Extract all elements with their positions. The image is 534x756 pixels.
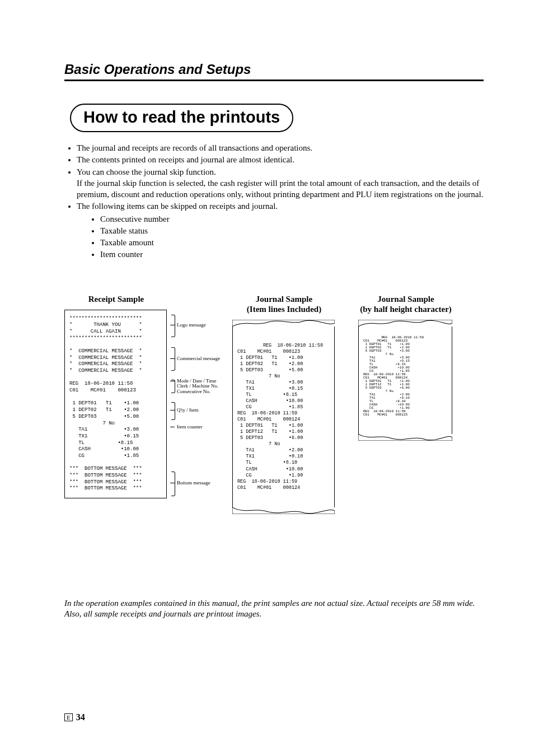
title-line: (by half height character) [360, 305, 452, 314]
samples-row: Receipt Sample ************************ … [64, 294, 484, 514]
page-letter: E [64, 713, 73, 721]
intro-line: You can choose the journal skip function… [77, 167, 216, 176]
annotation-column: Logo message Commercial message Mode / D… [174, 308, 227, 514]
receipt-column: Receipt Sample ************************ … [64, 294, 168, 514]
annotation-logo: Logo message [177, 323, 206, 328]
journal1-printout: REG 18-06-2010 11:58 C01 MC#01 000123 1 … [232, 320, 335, 514]
receipt-printout: ************************ * THANK YOU * *… [64, 310, 167, 499]
title-line: (Item lines Included) [247, 305, 321, 314]
sub-bullet: Item counter [100, 249, 484, 260]
page-number: E34 [64, 712, 85, 722]
page-num: 34 [76, 712, 85, 722]
intro-bullet: You can choose the journal skip function… [77, 166, 484, 200]
intro-line: If the journal skip function is selected… [77, 179, 483, 199]
intro-bullet: The following items can be skipped on re… [77, 200, 484, 260]
annotation-qty: Q'ty / Item [177, 408, 199, 413]
journal1-column: Journal Sample (Item lines Included) REG… [232, 294, 336, 514]
sub-bullet: Consecutive number [100, 213, 484, 225]
intro-bullet: The journal and receipts are records of … [77, 142, 484, 153]
section-header: Basic Operations and Setups [64, 62, 484, 81]
annotation-mode: Mode / Date / Time Clerk / Machine No. C… [177, 379, 218, 395]
journal1-text: REG 18-06-2010 11:58 C01 MC#01 000123 1 … [237, 343, 323, 491]
sub-bullet: Taxable status [100, 225, 484, 236]
receipt-title: Receipt Sample [64, 294, 168, 304]
sub-bullet: Taxable amount [100, 237, 484, 248]
title-line: Journal Sample [256, 295, 312, 304]
journal2-title: Journal Sample (by half height character… [358, 294, 453, 314]
journal2-printout: REG 18-06-2010 11:58 C01 MC#01 000123 1 … [358, 320, 452, 441]
intro-text: The journal and receipts are records of … [64, 142, 484, 260]
journal2-column: Journal Sample (by half height character… [358, 294, 453, 514]
title-line: Journal Sample [377, 295, 434, 304]
intro-line: The following items can be skipped on re… [77, 202, 278, 211]
page-title: How to read the printouts [70, 104, 293, 132]
annotation-itemcounter: Item counter [177, 424, 203, 430]
intro-bullet: The contents printed on receipts and jou… [77, 154, 484, 165]
annotation-bottom: Bottom message [177, 480, 210, 486]
journal2-text: REG 18-06-2010 11:58 C01 MC#01 000123 1 … [363, 335, 424, 417]
annotation-commercial: Commercial message [177, 356, 220, 362]
footnote: In the operation examples contained in t… [64, 598, 484, 620]
journal1-title: Journal Sample (Item lines Included) [232, 294, 336, 314]
